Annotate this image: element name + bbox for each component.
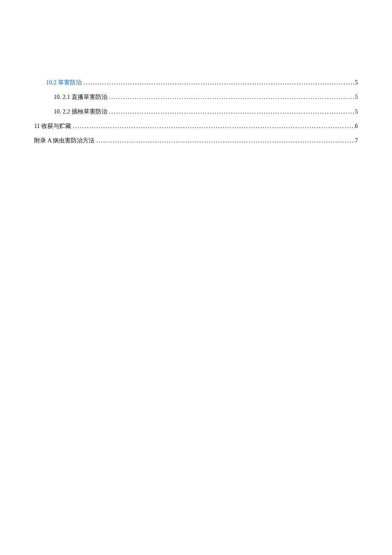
toc-entry: 11 收获与贮藏6 bbox=[34, 122, 358, 130]
toc-label[interactable]: 10.2 草害防治 bbox=[46, 79, 82, 87]
toc-leader-dots bbox=[82, 79, 355, 86]
toc-page-number: 7 bbox=[355, 137, 358, 144]
toc-entry: 附录 A 病虫害防治方法7 bbox=[34, 137, 358, 145]
toc-leader-dots bbox=[95, 137, 355, 144]
toc-label: 10. 2.1 直播草害防治 bbox=[54, 93, 107, 101]
toc-entry[interactable]: 10.2 草害防治5 bbox=[34, 79, 358, 87]
toc-leader-dots bbox=[107, 94, 355, 101]
toc-leader-dots bbox=[107, 108, 355, 115]
toc-page-number: 5 bbox=[355, 108, 358, 115]
toc-entry: 10. 2.1 直播草害防治5 bbox=[34, 93, 358, 101]
toc-label: 附录 A 病虫害防治方法 bbox=[34, 137, 95, 145]
toc-entry: 10. 2.2 插秧草害防治5 bbox=[34, 108, 358, 116]
toc-page-number: 6 bbox=[355, 123, 358, 130]
toc-leader-dots bbox=[71, 123, 355, 130]
toc-label: 11 收获与贮藏 bbox=[34, 122, 71, 130]
toc-page-number: 5 bbox=[355, 79, 358, 86]
table-of-contents: 10.2 草害防治510. 2.1 直播草害防治510. 2.2 插秧草害防治5… bbox=[34, 79, 358, 145]
toc-label: 10. 2.2 插秧草害防治 bbox=[54, 108, 107, 116]
toc-page-number: 5 bbox=[355, 94, 358, 101]
